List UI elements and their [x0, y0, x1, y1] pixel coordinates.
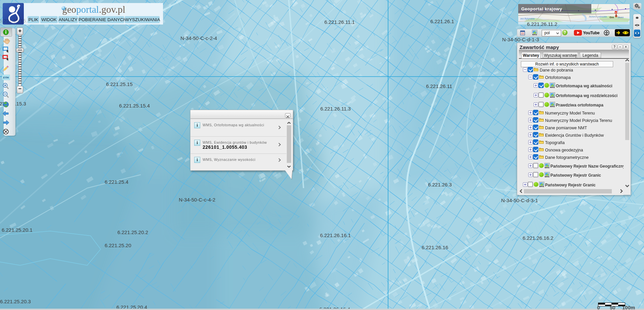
svg-text:Gni: Gni: [609, 16, 614, 19]
svg-text:zez.Bytynskie: zez.Bytynskie: [520, 17, 535, 20]
svg-text:wms: wms: [532, 33, 537, 36]
svg-text:wms: wms: [550, 96, 555, 98]
svg-text:wms: wms: [539, 185, 544, 187]
svg-text:wms: wms: [550, 105, 555, 107]
svg-text:wms: wms: [550, 86, 555, 88]
svg-text:Jezioro Lednickie: Jezioro Lednickie: [589, 15, 607, 18]
svg-text:YouTube: YouTube: [583, 31, 600, 35]
svg-text:Skorz: Skorz: [618, 16, 624, 18]
svg-text:wms: wms: [544, 175, 550, 178]
svg-text:XYH: XYH: [3, 76, 9, 79]
svg-text:wms: wms: [544, 166, 550, 169]
